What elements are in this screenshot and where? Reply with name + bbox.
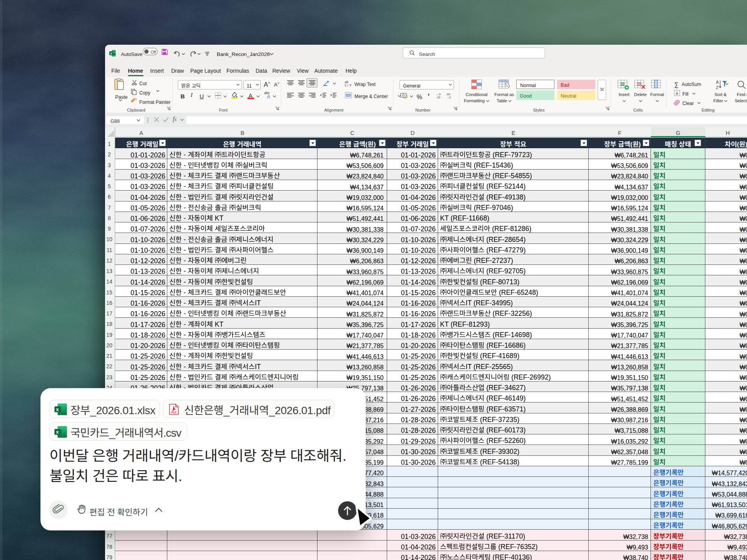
svg-text:Z: Z bbox=[716, 85, 719, 90]
svg-text:→0: →0 bbox=[447, 96, 451, 99]
svg-text:x: x bbox=[56, 407, 59, 412]
svg-text:.00: .00 bbox=[437, 96, 440, 99]
svg-text:x: x bbox=[56, 429, 59, 435]
svg-text:←0: ←0 bbox=[436, 93, 441, 96]
svg-text:A: A bbox=[716, 80, 719, 84]
svg-text:PDF: PDF bbox=[171, 411, 177, 414]
svg-text:.00: .00 bbox=[446, 93, 451, 96]
svg-text:x: x bbox=[110, 52, 112, 55]
